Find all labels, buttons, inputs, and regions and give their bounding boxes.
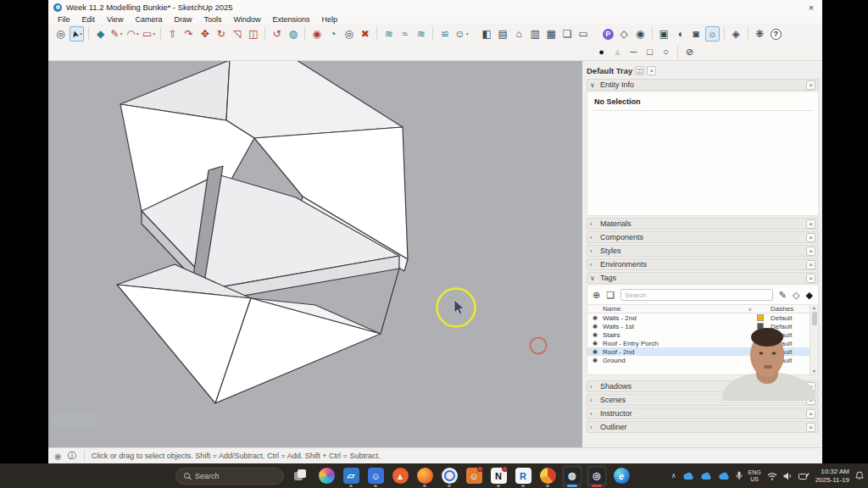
taskbar-app-firefox[interactable] (415, 465, 435, 487)
menu-item-view[interactable]: View (101, 15, 129, 24)
pen-tablet-icon[interactable] (798, 472, 810, 480)
edit-pencil-icon[interactable]: ✎ (779, 290, 787, 301)
scale-tool-button[interactable]: ◹ (230, 26, 244, 42)
sandbox-stamp-tool-button[interactable]: ≌ (437, 26, 452, 42)
microphone-icon[interactable] (736, 471, 743, 480)
tags-header-row[interactable]: Name ∨ Dashes (587, 304, 810, 313)
tag-row[interactable]: ◉Roof - Entry PorchDefault (587, 339, 810, 347)
volume-icon[interactable] (783, 472, 793, 480)
tag-row[interactable]: ◉StairsDefault (587, 330, 810, 339)
tag-row[interactable]: ◉Roof - 2ndDefault (587, 347, 810, 356)
scroll-up-icon[interactable]: ▲ (812, 305, 816, 310)
sandbox-from-scratch-tool-button[interactable]: ≈ (398, 26, 412, 42)
clock[interactable]: 10:32 AM 2025-11-19 (815, 468, 849, 484)
tag-name[interactable]: Ground (603, 357, 757, 364)
start-button[interactable] (149, 465, 170, 487)
menu-item-help[interactable]: Help (315, 15, 343, 24)
settings-gear-tool-button[interactable]: ❋ (753, 26, 767, 42)
panel-close-button[interactable]: × (806, 382, 815, 391)
menu-item-window[interactable]: Window (227, 15, 266, 24)
style-wireframe-line-tool-button[interactable]: ─ (626, 45, 641, 60)
panel-instructor[interactable]: ›Instructor× (587, 408, 819, 419)
menu-item-file[interactable]: File (52, 15, 76, 24)
tag-color-swatch[interactable] (757, 331, 764, 338)
select-tool-button[interactable]: ➤▾ (70, 26, 84, 42)
model-cube-tool-button[interactable]: ◈ (729, 26, 743, 42)
scroll-down-icon[interactable]: ▼ (812, 369, 816, 374)
tray-pin-button[interactable]: ◫ (635, 66, 644, 75)
look-tool-button[interactable]: ◉ (633, 26, 648, 42)
add-tag-button[interactable]: ⊕ (593, 290, 600, 301)
search-tool-button[interactable]: ◎ (53, 26, 68, 42)
scroll-thumb[interactable] (812, 312, 817, 325)
tag-dashes-value[interactable]: Default (771, 314, 810, 322)
offset-tool-button[interactable]: ◫ (246, 26, 260, 42)
tag-color-swatch[interactable] (757, 357, 764, 363)
tag-name[interactable]: Roof - Entry Porch (603, 340, 757, 347)
look-around-tool-button[interactable]: ◔ (326, 26, 340, 42)
sandbox-from-contours-tool-button[interactable]: ≋ (381, 26, 396, 42)
building-tool-5-tool-button[interactable]: ▦ (544, 26, 559, 42)
predesign-tool-button[interactable]: P (601, 26, 615, 42)
filter-tag-icon[interactable]: ◆ (806, 290, 813, 301)
add-tag-folder-button[interactable]: ❏ (606, 290, 615, 301)
panel-close-button[interactable]: × (806, 423, 815, 432)
tag-color-swatch[interactable] (757, 340, 764, 347)
visibility-eye-icon[interactable]: ◉ (587, 330, 603, 339)
cloud-icon[interactable] (700, 472, 712, 480)
dropdown-caret-icon[interactable]: ▾ (153, 31, 155, 36)
video-camera-tool-button[interactable]: ▣ (657, 26, 671, 42)
taskbar-app-pie-app[interactable] (537, 465, 558, 487)
notification-bell-icon[interactable] (855, 471, 864, 480)
tag-color-swatch[interactable] (757, 323, 764, 330)
style-hidden-line-square-tool-button[interactable]: □ (643, 45, 657, 60)
light-bulb-tool-button[interactable]: ☼ (705, 26, 720, 42)
purge-tag-icon[interactable]: ◇ (793, 290, 799, 301)
dropdown-caret-icon[interactable]: ▾ (136, 31, 139, 36)
tag-name[interactable]: Stairs (603, 331, 757, 339)
visibility-eye-icon[interactable]: ◉ (587, 339, 603, 347)
visibility-eye-icon[interactable]: ◉ (587, 322, 603, 330)
arc-tool-button[interactable]: ◠▾ (125, 26, 140, 42)
task-view-button[interactable] (290, 465, 310, 487)
panel-close-button[interactable]: × (806, 274, 815, 283)
panel-close-button[interactable]: × (806, 219, 815, 229)
tag-name[interactable]: Roof - 2nd (603, 348, 757, 356)
taskbar-app-sketchup[interactable]: ◍ (562, 465, 582, 487)
tag-color-swatch[interactable] (757, 314, 764, 321)
style-back-edges-hide-tool-button[interactable]: ⊘ (682, 45, 697, 60)
visibility-eye-icon[interactable]: ◉ (587, 347, 603, 356)
taskbar-app-notion[interactable]: N (488, 465, 509, 487)
tag-dashes-value[interactable]: Default (771, 331, 810, 339)
language-indicator[interactable]: ENG US (748, 469, 761, 483)
menu-item-camera[interactable]: Camera (129, 15, 168, 24)
panel-outliner[interactable]: ›Outliner× (587, 421, 819, 433)
orbit-tool-button[interactable]: ◇ (617, 26, 632, 42)
panel-close-button[interactable]: × (806, 247, 815, 256)
panel-shadows[interactable]: ›Shadows× (587, 380, 819, 392)
taskbar-app-photos[interactable] (316, 465, 337, 487)
tags-scrollbar[interactable]: ▲ ▼ (810, 304, 818, 374)
taskbar-search[interactable]: Search (175, 468, 284, 485)
building-tool-6-tool-button[interactable]: ❏ (560, 26, 575, 42)
rotate-tool-button[interactable]: ↻ (214, 26, 228, 42)
tray-close-button[interactable]: × (647, 66, 656, 75)
sandbox-smoove-tool-button[interactable]: ≋ (414, 26, 428, 42)
visibility-eye-icon[interactable]: ◉ (587, 313, 603, 322)
style-monochrome-cone-tool-button[interactable]: ▲ (610, 45, 625, 60)
panel-scenes[interactable]: ›Scenes× (587, 394, 819, 406)
panel-close-button[interactable]: × (806, 396, 815, 405)
taskbar-app-revit[interactable]: R (513, 465, 533, 487)
tag-row[interactable]: ◉GroundDefault (587, 356, 810, 364)
taskbar-app-1password[interactable] (439, 465, 459, 487)
zoom-extents-tool-button[interactable]: ✖ (358, 26, 372, 42)
tag-row[interactable]: ◉Walls - 1stDefault (587, 322, 810, 330)
camera-tool-button[interactable]: ◙ (689, 26, 704, 42)
panel-close-button[interactable]: × (806, 260, 815, 269)
menu-item-draw[interactable]: Draw (168, 15, 198, 24)
panel-materials[interactable]: ›Materials× (587, 218, 819, 230)
taskbar-app-contacts[interactable]: ☺ (365, 465, 386, 487)
tray-chevron-up-icon[interactable]: ∧ (671, 472, 676, 480)
eraser-tool-button[interactable]: ◆ (93, 26, 108, 42)
paint-tool-button[interactable]: ↺ (270, 26, 284, 42)
